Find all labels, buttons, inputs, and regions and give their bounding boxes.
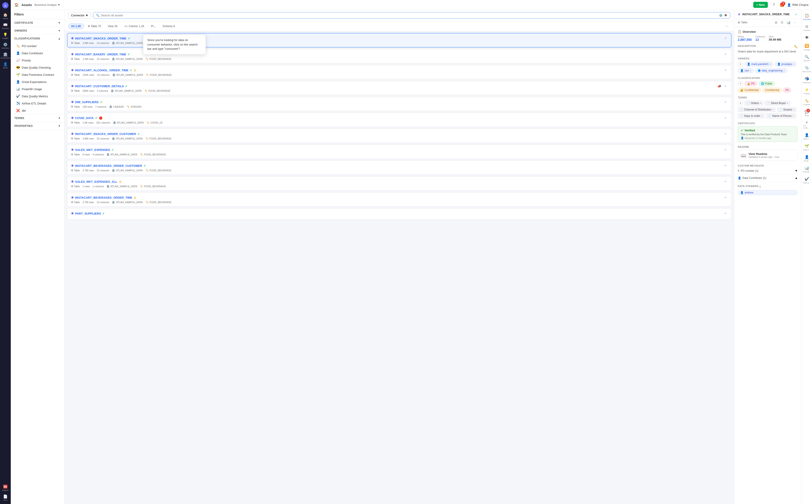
far-right-resources[interactable]: 📎 Resources (802, 64, 811, 74)
remove-owner-de[interactable]: × (784, 69, 785, 72)
far-right-overview[interactable]: 📋 Overview (802, 12, 811, 22)
tabs-more-button[interactable]: ··· (723, 23, 730, 29)
asset-card-instacart-alcohol[interactable]: ❋ INSTACART_ALCOHOL_ORDER_TIME ✓ ⚠ ↗ ⊞Ta… (67, 65, 731, 79)
remove-term-name-of-person[interactable]: × (792, 115, 794, 117)
share-button[interactable]: ↗ (723, 68, 727, 72)
sidebar-item-support[interactable]: 🆘 Support (1, 483, 10, 492)
panel-more-options[interactable]: ··· (792, 20, 798, 25)
filter-item-data-contributor[interactable]: 👤 Data Contributor (11, 50, 64, 57)
filter-item-data-freshness[interactable]: 🌱 Data Freshness Contract (11, 71, 64, 78)
add-term-button[interactable]: + (738, 100, 743, 106)
far-right-preview[interactable]: 👁️ (802, 34, 811, 41)
filter-item-dq-checking[interactable]: 😎 Data Quality Checking (11, 64, 64, 71)
far-right-po[interactable]: # PO numb... (802, 119, 811, 131)
search-input[interactable] (101, 14, 718, 17)
remove-owner-prukalpa[interactable]: × (793, 63, 794, 65)
far-right-powerbi[interactable]: 📊 PowerB... (802, 164, 811, 175)
remove-term-snacks[interactable]: × (793, 108, 794, 111)
help-button[interactable]: ? (771, 2, 777, 8)
far-right-columns[interactable]: ⊞ Columns (802, 23, 811, 33)
connector-button[interactable]: Connector ▼ (68, 12, 91, 19)
po-number-meta[interactable]: # PO number (1) ▼ (738, 167, 798, 174)
add-owner-button[interactable]: + (738, 61, 743, 67)
asset-card-snacks-customer[interactable]: ❋ INSTACART_SNACKS_ORDER_CUSTOMER ✓ ↗ ⊞T… (67, 129, 731, 143)
verified-icon: ✓ (125, 85, 128, 88)
filter-certificate-toggle[interactable]: CERTIFICATE ▼ (11, 19, 64, 27)
sidebar-item-insights[interactable]: 💡 Insights (1, 31, 10, 40)
share-button[interactable]: ↗ (723, 179, 727, 184)
filter-item-po-number[interactable]: 🏷️ PO number (11, 42, 64, 50)
remove-owner-ravi[interactable]: × (750, 69, 751, 72)
readme-box[interactable]: 📖 View Readme Updated 4 weeks ago · rose (738, 150, 798, 161)
share-button[interactable]: ↗ (723, 195, 727, 200)
tab-view[interactable]: View 26 (105, 23, 120, 29)
far-right-great[interactable]: 👤 Great... (802, 153, 811, 164)
panel-view-chart[interactable]: 📊 (785, 20, 792, 25)
asset-card-part-suppliers[interactable]: ❋ PART_SUPPLIERS ✓ ↗ (67, 208, 731, 219)
tab-table[interactable]: ⊞ Table 70 (85, 23, 104, 29)
add-classification-button[interactable]: + (738, 81, 743, 86)
sidebar-item-admin[interactable]: 👤 Admin (1, 61, 10, 70)
share-button[interactable]: ↗ (723, 52, 727, 56)
far-right-slack[interactable]: 💬 3 Slack (802, 108, 811, 118)
view-icon[interactable]: 👁️ (724, 14, 727, 17)
filter-terms-toggle[interactable]: TERMS ▼ (11, 114, 64, 122)
far-right-dc[interactable]: 👤 Data C... (802, 131, 811, 142)
filter-classifications-toggle[interactable]: CLASSIFICATIONS ▲ (11, 35, 64, 42)
far-right-lineage[interactable]: 🔀 Lineage (802, 42, 811, 52)
tab-all[interactable]: All 1.3K (68, 23, 84, 29)
panel-view-grid[interactable]: ⊞ (773, 20, 779, 25)
share-button[interactable]: ↗ (723, 36, 727, 41)
filter-item-airflow[interactable]: ✈️ Airflow ETL Details (11, 100, 64, 107)
sidebar-item-glossary[interactable]: 📖 Glossary (1, 22, 10, 30)
filter-owners-toggle[interactable]: OWNERS ▼ (11, 27, 64, 35)
remove-term-orders[interactable]: × (760, 102, 761, 104)
user-menu[interactable]: 👤 Ritik Chopra (787, 3, 808, 7)
share-button[interactable]: ↗ (723, 148, 727, 152)
far-right-df[interactable]: 🌱 Data F... (802, 142, 811, 153)
new-button[interactable]: + New (753, 2, 768, 8)
share-button[interactable]: ↗ (723, 132, 727, 136)
tab-properties[interactable]: Pr... (148, 23, 159, 29)
far-right-queries[interactable]: 🔍 Queries (802, 53, 811, 63)
panel-view-list[interactable]: ☰ (779, 20, 785, 25)
share-button[interactable]: ↗ (723, 211, 727, 216)
share-button[interactable]: ↗ (723, 84, 727, 88)
asset-card-beverages-customer[interactable]: ❋ INSTACART_BEVERAGES_ORDER_CUSTOMER ✓ ↗… (67, 161, 731, 175)
sidebar-item-governance[interactable]: 🏛️ Governance (1, 51, 10, 60)
filter-properties-toggle[interactable]: PROPERTIES ▼ (11, 122, 64, 130)
filter-item-great-expectations[interactable]: 👤 Great Expectations (11, 78, 64, 85)
filter-item-dq-metrics[interactable]: ✔️ Data Quality Metrics (11, 93, 64, 100)
share-button[interactable]: ↗ (723, 163, 727, 168)
asset-card-covid[interactable]: ❋ COVID_DATA ✓ 🔴 ↗ ⊞Table 1.9K rows 231 … (67, 113, 731, 127)
filter-item-dbt[interactable]: ❌ dbt (11, 107, 64, 114)
breadcrumb[interactable]: Business Analyst ▼ (35, 3, 60, 7)
asset-card-sales-mkt-all[interactable]: ❋ SALES_MKT_EXPENSES_ALL ⚠ ↗ ⊞Table 1 ro… (67, 176, 731, 191)
asset-card-sales-mkt[interactable]: ❋ SALES_MKT_EXPENSES ✓ ↗ ⊞Table 8 rows 4… (67, 145, 731, 159)
far-right-activity[interactable]: ⚡ Activity (802, 86, 811, 96)
desc-edit-icon[interactable]: ✏️ (794, 45, 798, 48)
share-button[interactable]: ↗ (723, 100, 727, 104)
sidebar-item-docs[interactable]: 📄 Docs (1, 493, 10, 502)
far-right-requests[interactable]: 📬 Requests (802, 75, 811, 85)
remove-term-channel[interactable]: × (772, 108, 773, 111)
asset-card-dim-suppliers[interactable]: ❋ DIM_SUPPLIERS ✓ ↗ ⊞Table 100 rows 7 co… (67, 97, 731, 111)
announce-button[interactable]: 📣 (716, 84, 722, 88)
asset-card-beverages-time[interactable]: ❋ INSTACART_BEVERAGES_ORDER_TIME ⚠ ↗ ⊞Ta… (67, 192, 731, 206)
far-right-dq[interactable]: ✔️ Data Q... (802, 175, 811, 186)
filter-item-powerbi[interactable]: 📊 PowerBI Usage (11, 85, 64, 93)
remove-term-direct-buyer[interactable]: × (787, 102, 788, 104)
filter-icon[interactable]: ⚙️ (719, 14, 723, 17)
far-right-property[interactable]: 🏷️ Property (802, 97, 811, 107)
remove-owner-mark[interactable]: × (769, 63, 771, 65)
filter-item-priority[interactable]: 📈 Priority (11, 57, 64, 64)
asset-card-instacart-customer[interactable]: ❋ INSTACART_CUSTOMER_DETAILS ✓ 📣 ↗ ⊞Tabl… (67, 81, 731, 95)
remove-term-days[interactable]: × (761, 115, 762, 117)
share-button[interactable]: ↗ (723, 116, 727, 120)
notification-wrapper[interactable]: 🎁 3 (779, 2, 784, 7)
sidebar-item-workflow[interactable]: ⚙️ Workflow (1, 41, 10, 50)
tab-schema[interactable]: Schema 8 (160, 23, 178, 29)
sidebar-item-assets[interactable]: 🏠 Assets (1, 12, 10, 21)
data-contributor-meta[interactable]: 👤 Data Contributor (1) ▲ (738, 174, 798, 182)
tab-column[interactable]: </> Column 1.1K (121, 23, 147, 29)
